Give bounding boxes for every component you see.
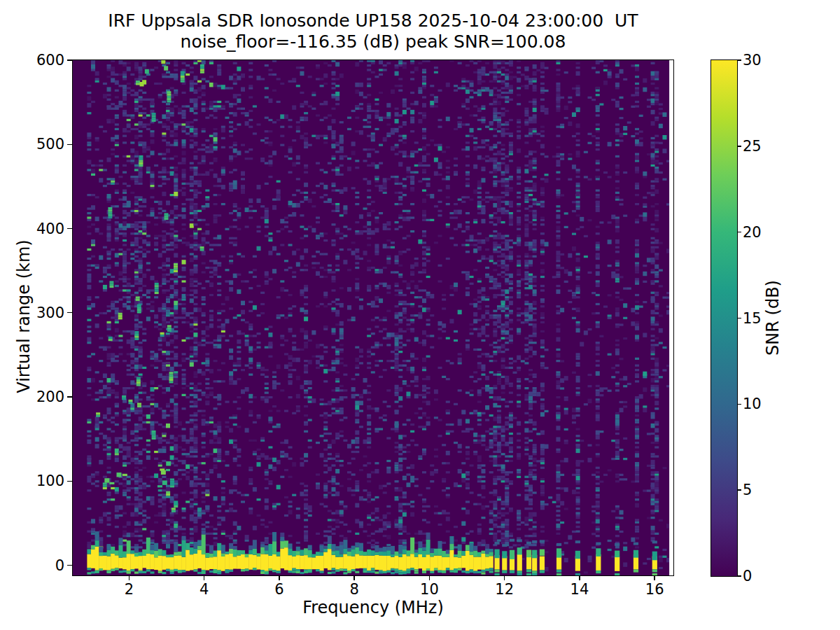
- y-tick-label: 600: [21, 52, 64, 69]
- colorbar-tick-label: 30: [743, 52, 762, 69]
- x-tick-label: 16: [645, 581, 664, 598]
- colorbar-tick-mark: [737, 489, 741, 490]
- colorbar-gradient: [711, 60, 737, 576]
- colorbar-tick-label: 20: [743, 224, 762, 241]
- y-tick-label: 0: [21, 557, 64, 574]
- colorbar: [710, 59, 738, 577]
- y-tick-mark: [67, 59, 72, 60]
- y-tick-mark: [67, 312, 72, 313]
- x-tick-label: 14: [570, 581, 589, 598]
- y-tick-mark: [67, 144, 72, 145]
- x-tick-mark: [279, 575, 279, 580]
- y-tick-mark: [67, 396, 72, 397]
- x-tick-label: 12: [495, 581, 514, 598]
- colorbar-tick-label: 0: [743, 568, 752, 584]
- colorbar-tick-mark: [737, 59, 741, 60]
- x-tick-label: 10: [420, 581, 439, 598]
- colorbar-tick-label: 25: [743, 138, 762, 155]
- x-tick-mark: [504, 575, 505, 580]
- y-tick-mark: [67, 228, 72, 229]
- y-tick-mark: [67, 481, 72, 482]
- y-tick-label: 500: [21, 136, 64, 153]
- x-tick-mark: [129, 575, 130, 580]
- x-tick-mark: [204, 575, 204, 580]
- colorbar-tick-label: 10: [743, 396, 762, 412]
- x-tick-mark: [579, 575, 580, 580]
- x-tick-mark: [429, 575, 430, 580]
- y-tick-mark: [67, 565, 72, 566]
- y-axis-label: Virtual range (km): [14, 239, 34, 393]
- colorbar-tick-mark: [737, 318, 741, 318]
- chart-title: IRF Uppsala SDR Ionosonde UP158 2025-10-…: [73, 10, 673, 31]
- y-tick-label: 400: [21, 220, 64, 237]
- colorbar-tick-mark: [737, 404, 741, 405]
- y-tick-label: 100: [21, 472, 64, 489]
- heatmap-plot-area: [72, 59, 674, 576]
- colorbar-tick-label: 5: [743, 482, 752, 498]
- x-tick-label: 2: [125, 581, 134, 598]
- ionogram-figure: IRF Uppsala SDR Ionosonde UP158 2025-10-…: [0, 0, 840, 630]
- chart-subtitle: noise_floor=-116.35 (dB) peak SNR=100.08: [73, 31, 673, 52]
- colorbar-tick-label: 15: [743, 310, 762, 327]
- x-tick-label: 8: [350, 581, 359, 598]
- colorbar-tick-mark: [737, 146, 741, 146]
- x-tick-mark: [354, 575, 354, 580]
- colorbar-label: SNR (dB): [763, 280, 783, 356]
- colorbar-tick-mark: [737, 232, 741, 232]
- x-axis-label: Frequency (MHz): [73, 598, 673, 617]
- x-tick-mark: [654, 575, 654, 580]
- colorbar-tick-mark: [737, 575, 741, 576]
- x-tick-label: 4: [200, 581, 209, 598]
- heatmap-canvas: [73, 60, 673, 575]
- x-tick-label: 6: [274, 581, 284, 598]
